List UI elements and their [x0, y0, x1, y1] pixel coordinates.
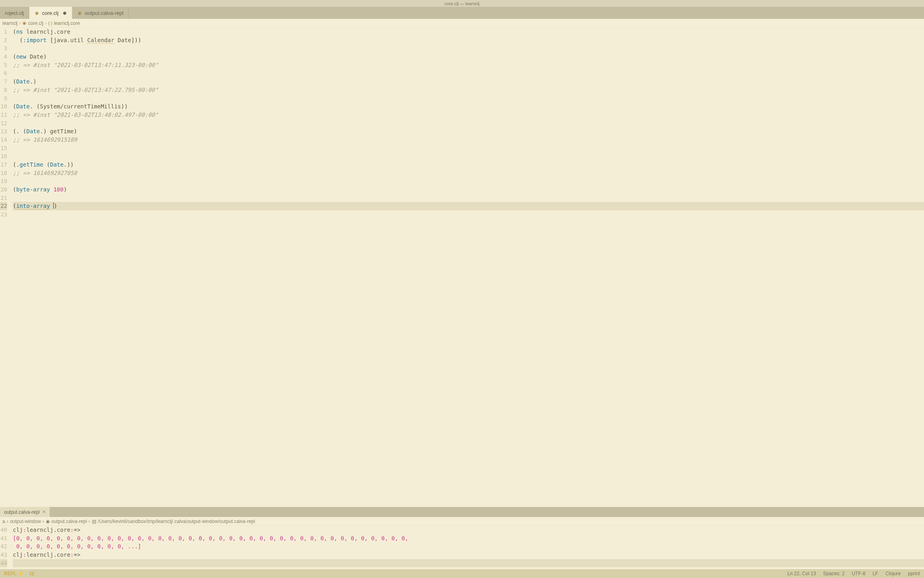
tab-project-clj[interactable]: roject.clj	[0, 7, 29, 19]
line-number-gutter: 1 2 3 4 5 6 7 8 9 10 11 12 13 14 15 16 1…	[0, 28, 10, 507]
code-editor[interactable]: 1 2 3 4 5 6 7 8 9 10 11 12 13 14 15 16 1…	[0, 28, 924, 507]
line-number: 5	[0, 61, 7, 69]
line-number: 18	[0, 169, 7, 177]
repl-output-panel[interactable]: 40 41 42 43 44 clj:learnclj.core:=> [0, …	[0, 526, 924, 569]
line-number: 8	[0, 86, 7, 94]
status-language[interactable]: Clojure	[886, 571, 901, 576]
panel-tab-label: output.calva-repl	[4, 509, 40, 515]
window-title: core.clj — learnclj	[445, 1, 480, 6]
line-number: 1	[0, 28, 7, 36]
clojure-file-icon: ◉	[46, 519, 50, 524]
namespace-icon	[48, 21, 52, 26]
clojure-file-icon: ◉	[34, 10, 40, 16]
line-number: 2	[0, 36, 7, 45]
breadcrumb-segment[interactable]: core.clj	[28, 20, 43, 26]
tab-core-clj[interactable]: ◉ core.clj ●	[29, 7, 72, 19]
line-number: 14	[0, 136, 7, 144]
breadcrumb-segment[interactable]: /Users/kevinli/sandbox/tmp/learnclj/.cal…	[98, 519, 255, 524]
clojure-file-icon: ◉	[22, 20, 26, 26]
tab-label: output.calva-repl	[85, 10, 124, 16]
tab-label: core.clj	[42, 10, 59, 16]
chevron-right-icon: ›	[43, 519, 44, 524]
chevron-right-icon: ›	[45, 20, 47, 26]
line-number: 40	[0, 526, 7, 534]
chevron-right-icon: ›	[7, 519, 8, 524]
dirty-indicator-icon: ●	[63, 9, 67, 16]
panel-breadcrumb[interactable]: a › output-window › ◉ output.calva-repl …	[0, 517, 924, 526]
status-encoding[interactable]: UTF-8	[852, 571, 865, 576]
status-pprint[interactable]: pprint	[908, 571, 920, 576]
line-number: 12	[0, 119, 7, 128]
line-number: 41	[0, 534, 7, 543]
file-path-icon: ▤	[92, 519, 96, 524]
editor-tab-bar: roject.clj ◉ core.clj ● ◉ output.calva-r…	[0, 7, 924, 19]
panel-tab-output-calva-repl[interactable]: output.calva-repl ✕	[0, 507, 50, 517]
status-cursor-position[interactable]: Ln 22, Col 13	[787, 571, 816, 576]
line-number: 7	[0, 77, 7, 86]
status-bar: REPL ⚡ clj Ln 22, Col 13 Spaces: 2 UTF-8…	[0, 569, 924, 578]
line-number: 22	[0, 202, 7, 210]
line-number: 15	[0, 144, 7, 153]
close-icon[interactable]: ✕	[42, 509, 46, 515]
line-number: 42	[0, 542, 7, 551]
clojure-file-icon: ◉	[77, 10, 83, 16]
line-number: 44	[0, 559, 7, 568]
breadcrumb-segment[interactable]: learnclj.core	[54, 20, 80, 26]
line-number: 6	[0, 69, 7, 77]
panel-tab-bar: output.calva-repl ✕	[0, 507, 924, 517]
line-number: 11	[0, 111, 7, 119]
line-number: 4	[0, 53, 7, 61]
line-number: 10	[0, 102, 7, 111]
tab-label: roject.clj	[5, 10, 24, 16]
chevron-right-icon: ›	[89, 519, 90, 524]
line-number: 3	[0, 44, 7, 53]
tab-output-calva-repl[interactable]: ◉ output.calva-repl	[72, 7, 129, 19]
breadcrumb[interactable]: learnclj › ◉ core.clj › learnclj.core	[0, 19, 924, 28]
panel-line-number-gutter: 40 41 42 43 44	[0, 526, 10, 569]
line-number: 43	[0, 551, 7, 559]
window-title-bar: core.clj — learnclj	[0, 0, 924, 7]
breadcrumb-segment[interactable]: a	[2, 519, 5, 524]
line-number: 19	[0, 177, 7, 185]
breadcrumb-segment[interactable]: learnclj	[2, 20, 18, 26]
line-number: 20	[0, 185, 7, 194]
line-number: 9	[0, 94, 7, 103]
line-number: 23	[0, 210, 7, 219]
status-repl-indicator[interactable]: REPL ⚡	[4, 571, 24, 576]
line-number: 17	[0, 161, 7, 169]
status-eol[interactable]: LF	[873, 571, 878, 576]
breadcrumb-segment[interactable]: output.calva-repl	[51, 519, 87, 524]
line-number: 21	[0, 194, 7, 202]
status-clj-indicator[interactable]: clj	[29, 571, 34, 576]
code-content[interactable]: (ns learnclj.core (:import [java.util Ca…	[10, 28, 924, 507]
repl-content[interactable]: clj:learnclj.core:=> [0, 0, 0, 0, 0, 0, …	[10, 526, 924, 569]
status-indentation[interactable]: Spaces: 2	[823, 571, 845, 576]
chevron-right-icon: ›	[19, 20, 21, 26]
breadcrumb-segment[interactable]: output-window	[10, 519, 41, 524]
line-number: 16	[0, 152, 7, 161]
line-number: 13	[0, 127, 7, 136]
